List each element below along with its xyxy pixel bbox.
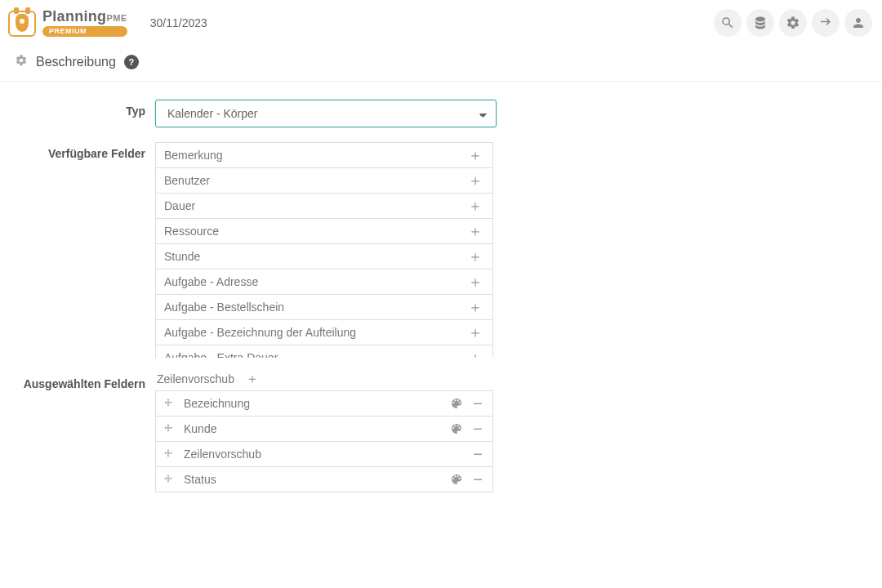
available-fields-list[interactable]: Bemerkung＋Benutzer＋Dauer＋Ressource＋Stund… [155, 142, 497, 358]
form-body: Typ Kalender - Körper Verfügbare Felder … [0, 82, 882, 588]
remove-field-button[interactable]: − [470, 471, 486, 488]
palette-icon[interactable] [450, 473, 463, 486]
palette-icon[interactable] [450, 397, 463, 410]
logo-icon [7, 7, 38, 38]
drag-handle-icon[interactable] [163, 398, 174, 409]
field-label: Status [180, 473, 443, 486]
selected-field-item: Kunde− [155, 416, 493, 442]
selected-field-item: Status− [155, 466, 493, 492]
add-field-button[interactable]: ＋ [465, 148, 486, 163]
add-field-button[interactable]: ＋ [465, 350, 486, 358]
add-field-button[interactable]: ＋ [465, 173, 486, 188]
available-field-item: Aufgabe - Adresse＋ [155, 269, 493, 295]
palette-icon[interactable] [450, 422, 463, 435]
add-field-button[interactable]: ＋ [465, 300, 486, 314]
share-icon[interactable] [812, 9, 840, 37]
available-field-item: Ressource＋ [155, 218, 493, 244]
app-viewport: PlanningPME PREMIUM 30/11/2023 [0, 0, 882, 588]
available-field-item: Aufgabe - Extra Dauer＋ [155, 345, 493, 358]
remove-field-button[interactable]: − [470, 446, 486, 462]
drag-handle-icon[interactable] [163, 423, 174, 434]
subheader-gear-icon [15, 54, 28, 69]
selected-field-item: Zeilenvorschub− [155, 441, 493, 467]
field-label: Aufgabe - Extra Dauer [164, 351, 465, 358]
field-label: Aufgabe - Bezeichnung der Aufteilung [164, 326, 465, 339]
linefeed-row: Zeilenvorschub ＋ [155, 372, 497, 385]
type-select[interactable]: Kalender - Körper [155, 100, 497, 127]
add-field-button[interactable]: ＋ [465, 224, 486, 238]
field-label: Zeilenvorschub [180, 448, 463, 461]
premium-badge: PREMIUM [42, 26, 127, 37]
field-label: Dauer [164, 199, 465, 212]
field-label: Stunde [164, 250, 465, 263]
add-field-button[interactable]: ＋ [465, 249, 486, 264]
add-field-button[interactable]: ＋ [465, 325, 486, 340]
topbar-actions [714, 9, 872, 37]
logo-text: PlanningPME PREMIUM [42, 9, 127, 37]
drag-handle-icon[interactable] [163, 448, 174, 460]
page-subheader: Beschreibung ? [0, 46, 882, 82]
available-field-item: Dauer＋ [155, 193, 493, 219]
field-label: Bemerkung [164, 149, 465, 162]
field-label: Bezeichnung [180, 397, 443, 410]
add-field-button[interactable]: ＋ [465, 274, 486, 289]
field-label: Aufgabe - Adresse [164, 275, 465, 288]
field-label: Aufgabe - Bestellschein [164, 301, 465, 314]
date-display[interactable]: 30/11/2023 [142, 11, 216, 34]
field-label: Kunde [180, 422, 443, 435]
remove-field-button[interactable]: − [470, 421, 486, 437]
available-field-item: Aufgabe - Bezeichnung der Aufteilung＋ [155, 319, 493, 345]
selected-label: Ausgewählten Feldern [16, 372, 155, 390]
available-field-item: Bemerkung＋ [155, 142, 493, 168]
remove-field-button[interactable]: − [470, 395, 486, 412]
top-bar: PlanningPME PREMIUM 30/11/2023 [0, 0, 882, 46]
help-icon[interactable]: ? [124, 55, 139, 69]
field-label: Benutzer [164, 174, 465, 187]
gear-icon[interactable] [779, 9, 807, 37]
selected-fields-list[interactable]: Bezeichnung−Kunde−Zeilenvorschub−Status− [155, 390, 497, 588]
available-field-item: Benutzer＋ [155, 167, 493, 194]
row-type: Typ Kalender - Körper [16, 100, 866, 127]
add-linefeed-button[interactable]: ＋ [243, 372, 262, 385]
row-available: Verfügbare Felder Bemerkung＋Benutzer＋Dau… [16, 142, 866, 358]
database-icon[interactable] [746, 9, 774, 37]
row-selected: Ausgewählten Feldern Zeilenvorschub ＋ Be… [16, 372, 866, 588]
search-icon[interactable] [714, 9, 742, 37]
drag-handle-icon[interactable] [163, 474, 174, 485]
available-field-item: Stunde＋ [155, 243, 493, 270]
selected-field-item: Bezeichnung− [155, 390, 493, 416]
linefeed-label: Zeilenvorschub [157, 372, 234, 385]
brand-main: Planning [42, 8, 106, 24]
brand-suffix: PME [106, 13, 127, 23]
app-logo[interactable]: PlanningPME PREMIUM [7, 7, 127, 38]
field-label: Ressource [164, 225, 465, 238]
user-icon[interactable] [844, 9, 872, 37]
type-label: Typ [16, 100, 155, 118]
available-field-item: Aufgabe - Bestellschein＋ [155, 294, 493, 320]
available-label: Verfügbare Felder [16, 142, 155, 160]
page-title: Beschreibung [36, 55, 116, 69]
add-field-button[interactable]: ＋ [465, 198, 486, 213]
